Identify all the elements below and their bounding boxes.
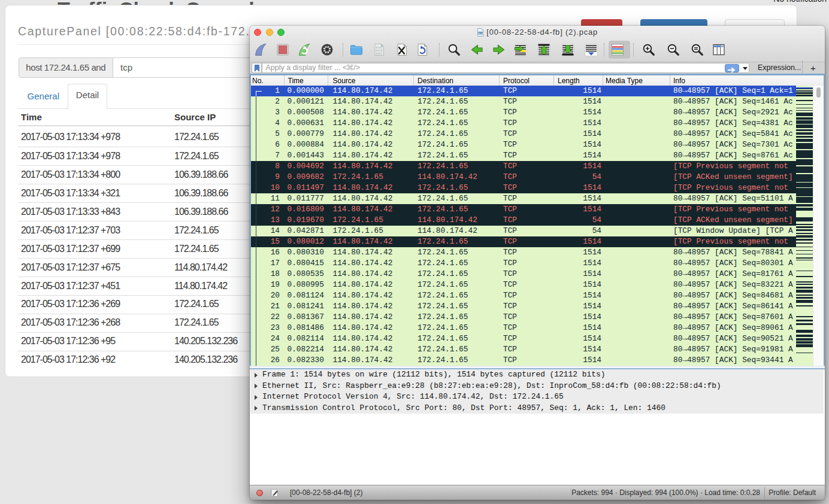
svg-text:0101: 0101 <box>376 52 383 55</box>
svg-text:010: 010 <box>479 32 484 35</box>
